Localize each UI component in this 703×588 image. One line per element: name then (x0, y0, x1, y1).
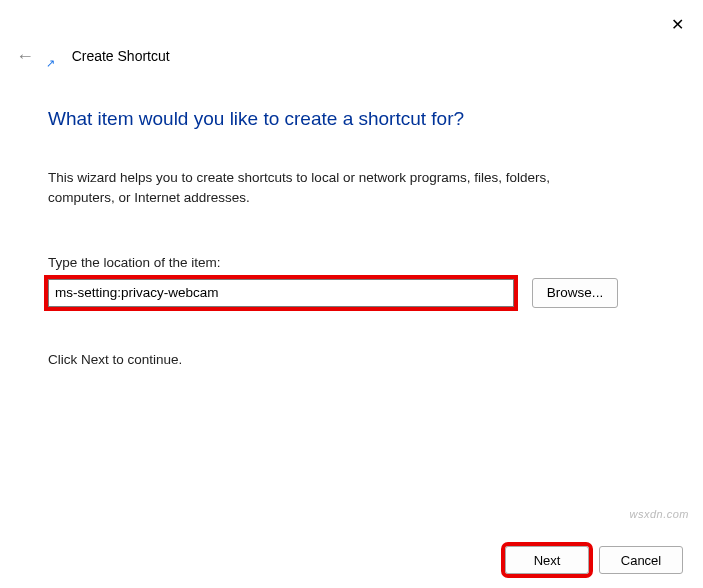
main-heading: What item would you like to create a sho… (48, 108, 667, 130)
wizard-content: What item would you like to create a sho… (48, 108, 667, 367)
browse-button[interactable]: Browse... (532, 278, 618, 308)
shortcut-icon: ↗ (46, 57, 60, 71)
watermark: wsxdn.com (629, 508, 689, 520)
next-button[interactable]: Next (505, 546, 589, 574)
wizard-description: This wizard helps you to create shortcut… (48, 168, 608, 209)
wizard-footer: Next Cancel (505, 546, 683, 574)
close-icon[interactable]: ✕ (665, 12, 689, 36)
continue-instruction: Click Next to continue. (48, 352, 667, 367)
back-arrow-icon[interactable]: ← (16, 46, 34, 67)
wizard-header: ← ↗ Create Shortcut (16, 46, 170, 67)
close-symbol: ✕ (671, 15, 684, 34)
cancel-button[interactable]: Cancel (599, 546, 683, 574)
input-row: Browse... (48, 278, 667, 308)
location-input[interactable] (48, 279, 514, 307)
location-label: Type the location of the item: (48, 255, 667, 270)
page-title: Create Shortcut (72, 48, 170, 64)
